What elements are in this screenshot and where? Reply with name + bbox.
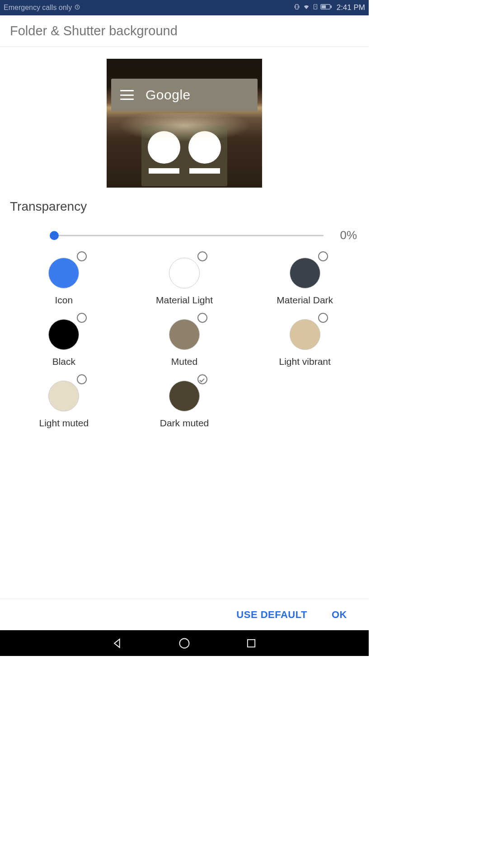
radio-icon[interactable] <box>77 374 87 384</box>
color-swatch <box>169 258 200 288</box>
color-label: Muted <box>171 356 197 367</box>
svg-rect-5 <box>330 5 332 8</box>
color-option-light-vibrant[interactable]: Light vibrant <box>244 310 365 368</box>
sim-alert-icon <box>312 3 319 12</box>
color-swatch <box>48 381 79 411</box>
radio-icon[interactable] <box>77 251 87 261</box>
clock-text: 2:41 PM <box>337 3 365 12</box>
preview-container: Google <box>0 47 369 194</box>
status-right: 2:41 PM <box>293 3 365 12</box>
color-option-material-light[interactable]: Material Light <box>124 249 245 307</box>
network-status-text: Emergency calls only <box>4 4 72 12</box>
color-option-icon[interactable]: Icon <box>4 249 124 307</box>
page-title: Folder & Shutter background <box>10 24 359 38</box>
wifi-icon <box>302 3 310 12</box>
ok-button[interactable]: OK <box>332 609 347 621</box>
preview-search-text: Google <box>145 87 191 103</box>
radio-icon[interactable] <box>197 251 207 261</box>
color-label: Dark muted <box>160 418 209 429</box>
color-label: Black <box>52 356 75 367</box>
color-label: Icon <box>55 295 73 306</box>
color-swatch <box>48 319 79 350</box>
color-option-black[interactable]: Black <box>4 310 124 368</box>
status-left: Emergency calls only <box>4 3 293 12</box>
preview-image: Google <box>107 59 262 188</box>
header: Folder & Shutter background <box>0 15 369 47</box>
svg-point-6 <box>180 638 189 648</box>
color-grid: IconMaterial LightMaterial DarkBlackMute… <box>0 247 369 429</box>
color-swatch <box>290 258 320 288</box>
color-label: Material Light <box>156 295 213 306</box>
color-swatch <box>169 319 200 350</box>
slider-thumb[interactable] <box>50 231 59 240</box>
color-swatch <box>169 381 200 411</box>
alarm-icon <box>74 3 81 12</box>
color-option-material-dark[interactable]: Material Dark <box>244 249 365 307</box>
navigation-bar <box>0 630 369 656</box>
color-swatch <box>48 258 79 288</box>
color-label: Light muted <box>39 418 89 429</box>
radio-icon[interactable] <box>197 313 207 323</box>
color-option-muted[interactable]: Muted <box>124 310 245 368</box>
color-swatch <box>290 319 320 350</box>
svg-rect-1 <box>296 5 298 9</box>
radio-icon[interactable] <box>318 251 328 261</box>
radio-icon[interactable] <box>77 313 87 323</box>
color-option-dark-muted[interactable]: Dark muted <box>124 372 245 429</box>
vibrate-icon <box>293 3 300 12</box>
nav-recent-button[interactable] <box>245 637 258 650</box>
nav-back-button[interactable] <box>111 637 124 650</box>
preview-folder <box>141 126 227 186</box>
color-option-light-muted[interactable]: Light muted <box>4 372 124 429</box>
radio-icon[interactable] <box>318 313 328 323</box>
transparency-slider[interactable] <box>54 231 324 240</box>
use-default-button[interactable]: USE DEFAULT <box>236 609 307 621</box>
nav-home-button[interactable] <box>178 637 191 650</box>
status-bar: Emergency calls only 2:41 PM <box>0 0 369 15</box>
svg-rect-4 <box>321 5 326 9</box>
battery-icon <box>320 4 332 12</box>
radio-checked-icon[interactable] <box>197 374 207 384</box>
transparency-slider-row: 0% <box>0 217 369 247</box>
svg-rect-7 <box>248 639 255 646</box>
hamburger-icon <box>120 90 134 100</box>
transparency-section: Transparency <box>0 194 369 217</box>
preview-search-bar: Google <box>111 79 258 111</box>
color-label: Light vibrant <box>279 356 330 367</box>
transparency-label: Transparency <box>10 199 359 214</box>
transparency-value: 0% <box>333 228 357 242</box>
dialog-footer: USE DEFAULT OK <box>0 599 369 630</box>
color-label: Material Dark <box>277 295 333 306</box>
